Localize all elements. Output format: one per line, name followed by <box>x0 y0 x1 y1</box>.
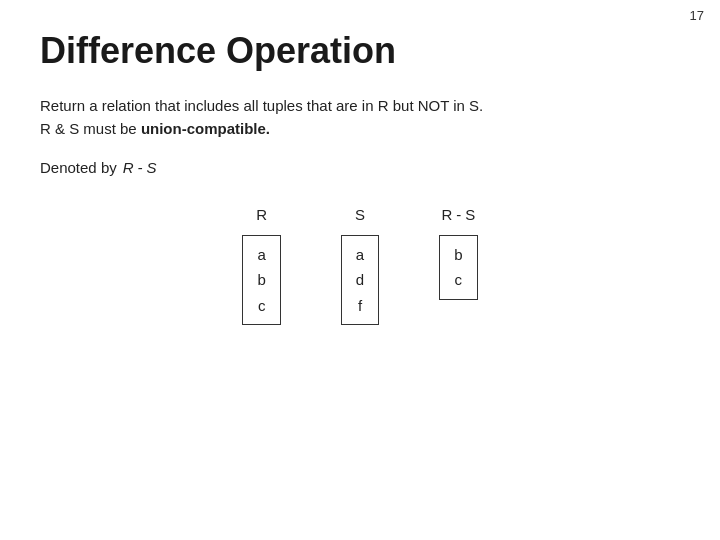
result-label-s: S <box>465 206 475 223</box>
slide: 17 Difference Operation Return a relatio… <box>0 0 720 540</box>
result-label-r: R <box>441 206 452 223</box>
table-s: a d f <box>341 235 379 326</box>
table-s-label: S <box>355 206 365 223</box>
slide-number: 17 <box>690 8 704 23</box>
result-label-minus: - <box>456 206 461 223</box>
table-s-cell-0: a <box>356 242 364 268</box>
description-line2: R & S must be <box>40 120 141 137</box>
table-result-cell-0: b <box>454 242 462 268</box>
notation: R - S <box>123 159 157 176</box>
notation-s: S <box>147 159 157 176</box>
table-result-label: R - S <box>441 206 475 223</box>
table-result: b c <box>439 235 477 300</box>
denoted-by-row: Denoted by R - S <box>40 159 680 176</box>
denoted-by-label: Denoted by <box>40 159 117 176</box>
notation-r: R <box>123 159 134 176</box>
table-r-cell-2: c <box>257 293 265 319</box>
tables-section: R a b c S a d f R - S b c <box>40 206 680 326</box>
table-r-label: R <box>256 206 267 223</box>
notation-minus: - <box>138 159 143 176</box>
table-result-container: R - S b c <box>439 206 477 300</box>
table-result-cell-1: c <box>454 267 462 293</box>
description-text: Return a relation that includes all tupl… <box>40 94 680 141</box>
table-s-cell-2: f <box>356 293 364 319</box>
description-line1: Return a relation that includes all tupl… <box>40 97 483 114</box>
table-r-cell-1: b <box>257 267 265 293</box>
description-bold: union-compatible. <box>141 120 270 137</box>
table-s-container: S a d f <box>341 206 379 326</box>
table-r: a b c <box>242 235 280 326</box>
table-r-container: R a b c <box>242 206 280 326</box>
table-r-cell-0: a <box>257 242 265 268</box>
slide-title: Difference Operation <box>40 30 680 72</box>
table-s-cell-1: d <box>356 267 364 293</box>
